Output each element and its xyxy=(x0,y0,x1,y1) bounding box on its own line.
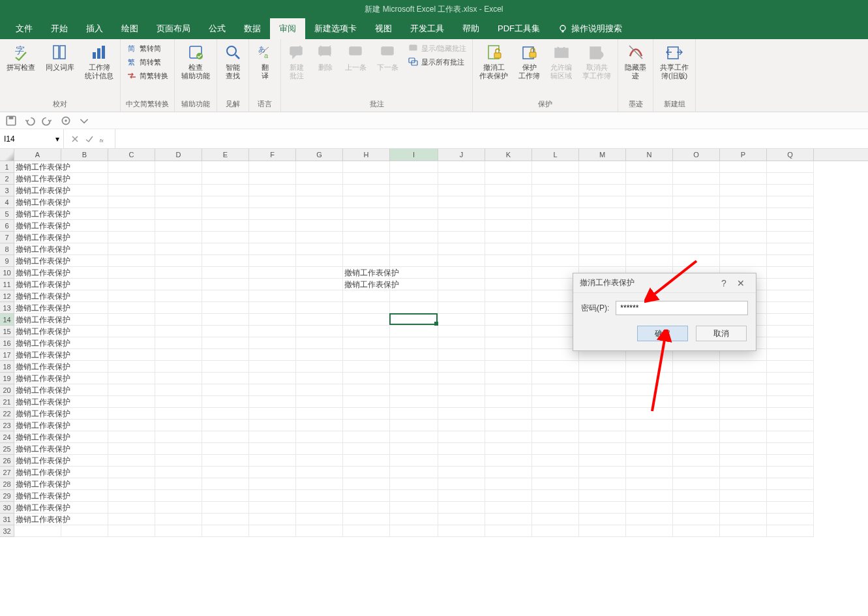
ok-button[interactable]: 确定 xyxy=(637,326,688,341)
cell[interactable]: 撤销工作表保护 xyxy=(343,279,399,290)
col-header-K[interactable]: K xyxy=(485,149,532,161)
hide-ink-button[interactable]: 隐藏墨迹 xyxy=(622,42,649,81)
row-header[interactable]: 28 xyxy=(0,478,14,490)
cancel-button[interactable]: 取消 xyxy=(696,326,747,341)
col-header-F[interactable]: F xyxy=(249,149,296,161)
col-header-C[interactable]: C xyxy=(108,149,155,161)
tab-5[interactable]: 公式 xyxy=(200,18,235,39)
row-header[interactable]: 10 xyxy=(0,267,14,279)
smart-lookup-button[interactable]: 智能查找 xyxy=(221,42,245,81)
spellcheck-button[interactable]: 字拼写检查 xyxy=(4,42,38,73)
cell[interactable]: 撤销工作表保护 xyxy=(14,279,70,290)
namebox-dropdown-icon[interactable]: ▾ xyxy=(55,134,59,144)
cell[interactable]: 撤销工作表保护 xyxy=(14,455,70,467)
col-header-G[interactable]: G xyxy=(296,149,343,161)
cell[interactable]: 撤销工作表保护 xyxy=(14,232,70,243)
tab-7[interactable]: 审阅 xyxy=(270,18,305,39)
tab-10[interactable]: 开发工具 xyxy=(401,18,453,39)
redo-icon[interactable] xyxy=(42,115,53,127)
cell[interactable]: 撤销工作表保护 xyxy=(14,243,70,255)
row-header[interactable]: 17 xyxy=(0,349,14,361)
tab-0[interactable]: 文件 xyxy=(7,18,42,39)
translate-button[interactable]: あa翻译 xyxy=(253,42,277,81)
tab-1[interactable]: 开始 xyxy=(42,18,77,39)
row-header[interactable]: 1 xyxy=(0,161,14,173)
cell[interactable]: 撤销工作表保护 xyxy=(14,478,70,490)
tab-6[interactable]: 数据 xyxy=(235,18,270,39)
password-input[interactable] xyxy=(616,301,748,315)
cell[interactable]: 撤销工作表保护 xyxy=(14,408,70,420)
row-header[interactable]: 11 xyxy=(0,279,14,290)
share-workbook-legacy-button[interactable]: 共享工作簿(旧版) xyxy=(657,42,691,81)
unprotect-sheet-button[interactable]: 撤消工作表保护 xyxy=(477,42,511,81)
dialog-help-icon[interactable]: ? xyxy=(715,279,732,288)
row-header[interactable]: 12 xyxy=(0,290,14,302)
cell[interactable]: 撤销工作表保护 xyxy=(14,326,70,337)
cell[interactable]: 撤销工作表保护 xyxy=(14,196,70,208)
cell[interactable]: 撤销工作表保护 xyxy=(14,361,70,373)
row-header[interactable]: 27 xyxy=(0,467,14,478)
cell[interactable]: 撤销工作表保护 xyxy=(14,349,70,361)
col-header-A[interactable]: A xyxy=(14,149,61,161)
cell[interactable]: 撤销工作表保护 xyxy=(14,490,70,502)
cell[interactable]: 撤销工作表保护 xyxy=(14,185,70,196)
col-header-D[interactable]: D xyxy=(155,149,202,161)
row-header[interactable]: 16 xyxy=(0,337,14,349)
row-header[interactable]: 6 xyxy=(0,220,14,232)
allow-edit-ranges-button[interactable]: 允许编辑区域 xyxy=(548,42,575,81)
row-header[interactable]: 24 xyxy=(0,431,14,443)
cell[interactable]: 撤销工作表保护 xyxy=(14,302,70,314)
undo-icon[interactable] xyxy=(23,115,35,127)
cell[interactable]: 撤销工作表保护 xyxy=(14,420,70,431)
tab-9[interactable]: 视图 xyxy=(366,18,401,39)
row-header[interactable]: 9 xyxy=(0,255,14,267)
row-header[interactable]: 29 xyxy=(0,490,14,502)
row-header[interactable]: 19 xyxy=(0,373,14,384)
workbook-stats-button[interactable]: 工作簿统计信息 xyxy=(82,42,116,81)
row-header[interactable]: 5 xyxy=(0,208,14,220)
col-header-E[interactable]: E xyxy=(202,149,249,161)
cell[interactable]: 撤销工作表保护 xyxy=(14,220,70,232)
confirm-entry-icon[interactable] xyxy=(85,134,94,144)
thesaurus-button[interactable]: 同义词库 xyxy=(43,42,77,73)
show-all-comments-button[interactable]: 显示所有批注 xyxy=(406,55,468,69)
row-header[interactable]: 20 xyxy=(0,384,14,396)
cell[interactable]: 撤销工作表保护 xyxy=(14,443,70,455)
formula-bar[interactable] xyxy=(115,129,868,148)
cell[interactable]: 撤销工作表保护 xyxy=(14,314,70,326)
col-header-J[interactable]: J xyxy=(438,149,485,161)
tell-me-search[interactable]: 操作说明搜索 xyxy=(549,18,631,39)
col-header-B[interactable]: B xyxy=(61,149,108,161)
cell[interactable]: 撤销工作表保护 xyxy=(14,161,70,173)
row-header[interactable]: 13 xyxy=(0,302,14,314)
row-header[interactable]: 8 xyxy=(0,243,14,255)
fx-icon[interactable]: fx xyxy=(99,134,108,144)
cell[interactable]: 撤销工作表保护 xyxy=(14,173,70,185)
protect-workbook-button[interactable]: 保护工作簿 xyxy=(516,42,543,81)
tab-4[interactable]: 页面布局 xyxy=(147,18,200,39)
cell[interactable]: 撤销工作表保护 xyxy=(14,514,70,525)
cell[interactable]: 撤销工作表保护 xyxy=(14,431,70,443)
cell[interactable]: 撤销工作表保护 xyxy=(14,502,70,514)
row-header[interactable]: 2 xyxy=(0,173,14,185)
row-header[interactable]: 31 xyxy=(0,514,14,525)
col-header-Q[interactable]: Q xyxy=(767,149,814,161)
row-header[interactable]: 14 xyxy=(0,314,14,326)
dialog-close-icon[interactable]: ✕ xyxy=(732,279,749,288)
row-header[interactable]: 15 xyxy=(0,326,14,337)
col-header-L[interactable]: L xyxy=(532,149,579,161)
row-header[interactable]: 32 xyxy=(0,525,14,537)
row-header[interactable]: 25 xyxy=(0,443,14,455)
next-comment-button[interactable]: 下一条 xyxy=(374,42,401,73)
col-header-I[interactable]: I xyxy=(390,149,438,161)
cell[interactable]: 撤销工作表保护 xyxy=(14,337,70,349)
row-header[interactable]: 7 xyxy=(0,232,14,243)
simp-to-trad-button[interactable]: 繁简转繁 xyxy=(125,55,170,69)
cell[interactable]: 撤销工作表保护 xyxy=(14,384,70,396)
cancel-entry-icon[interactable] xyxy=(70,134,80,144)
touch-mode-icon[interactable] xyxy=(60,115,72,127)
cell[interactable]: 撤销工作表保护 xyxy=(14,373,70,384)
save-icon[interactable] xyxy=(5,115,17,127)
col-header-N[interactable]: N xyxy=(626,149,673,161)
row-header[interactable]: 22 xyxy=(0,408,14,420)
